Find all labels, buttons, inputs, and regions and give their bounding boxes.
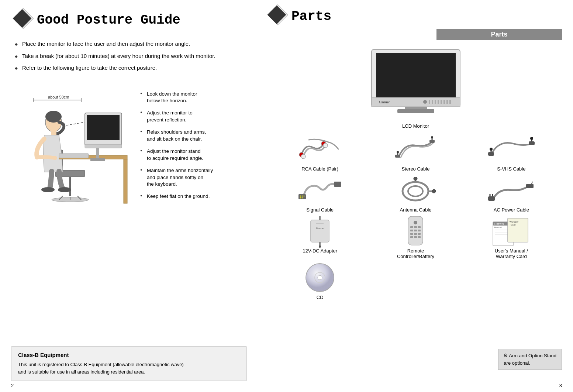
bullet-3: Refer to the following figure to take th… (15, 64, 243, 72)
svg-point-43 (323, 143, 328, 148)
bullet-1: Place the monitor to face the user and t… (15, 40, 243, 48)
tip-4: Adjust the monitor standto acquire requi… (140, 148, 243, 162)
svg-text:Hannel: Hannel (379, 100, 390, 104)
page-number-right: 3 (559, 383, 562, 388)
svg-point-16 (58, 187, 71, 192)
stereo-cable-image (390, 134, 441, 164)
svg-rect-38 (405, 107, 427, 110)
part-signal-cable: Signal Cable (273, 175, 367, 213)
svg-rect-72 (526, 184, 534, 188)
svg-point-58 (300, 196, 301, 197)
svg-rect-85 (410, 230, 413, 231)
part-manual: USER'S Manual Warranty Card User's Manua… (465, 216, 558, 259)
monitor-label: LCD Monitor (269, 123, 562, 129)
svg-rect-57 (334, 182, 341, 187)
svg-point-48 (397, 151, 399, 153)
svg-text:USER'S: USER'S (494, 223, 504, 226)
svg-rect-32 (435, 100, 436, 104)
svg-rect-45 (429, 140, 435, 143)
part-remote-controller: RemoteController/Battery (369, 216, 462, 259)
svg-rect-92 (414, 236, 417, 238)
svhs-cable-image (486, 134, 537, 164)
optional-note: ※ Arm and Option Standare optional. (498, 349, 562, 370)
svg-rect-39 (397, 109, 434, 113)
right-page-title: Parts (269, 7, 562, 25)
page-number-left: 2 (11, 383, 14, 388)
left-page-title: Good Posture Guide (15, 11, 243, 29)
cd-image (294, 263, 346, 292)
svg-rect-50 (488, 152, 494, 156)
posture-figure: about 50cm (15, 80, 133, 205)
svg-rect-88 (410, 233, 413, 235)
rca-cable-image (294, 134, 346, 164)
distance-label: about 50cm (48, 95, 69, 99)
manual-image: USER'S Manual Warranty Card (486, 216, 537, 246)
parts-grid: RCA Cable (Pair) Stereo Cable (269, 134, 562, 300)
ac-power-cable-image (486, 175, 537, 205)
svg-text:Warranty: Warranty (510, 221, 518, 223)
parts-header-text: Parts (491, 31, 507, 38)
svg-point-59 (302, 196, 303, 197)
svg-point-54 (490, 148, 493, 151)
svg-rect-87 (418, 230, 421, 231)
svg-point-15 (41, 187, 55, 192)
svg-text:Manual: Manual (494, 226, 502, 228)
antenna-cable-label: Antenna Cable (400, 207, 431, 213)
svg-rect-26 (376, 53, 456, 97)
remote-controller-label: RemoteController/Battery (397, 248, 434, 259)
bullet-2: Take a break (for about 10 minutes) at e… (15, 52, 243, 61)
cd-label: CD (317, 295, 324, 300)
svg-rect-51 (529, 141, 535, 145)
part-cd: CD (273, 263, 367, 300)
svg-line-73 (532, 182, 532, 184)
svg-rect-37 (449, 100, 451, 104)
svg-point-41 (301, 154, 306, 159)
part-ac-power-cable: AC Power Cable (465, 175, 558, 213)
remote-controller-image (390, 216, 441, 246)
optional-note-text: ※ Arm and Option Standare optional. (504, 353, 556, 366)
right-page: Parts Parts Hannel (258, 0, 573, 392)
svg-rect-22 (87, 115, 120, 140)
posture-illustration-area: about 50cm (15, 80, 243, 205)
svg-rect-31 (432, 100, 433, 104)
svg-rect-89 (414, 233, 417, 235)
svg-rect-56 (298, 194, 306, 199)
right-title-text: Parts (291, 9, 331, 24)
svg-rect-90 (418, 233, 421, 235)
tip-2: Adjust the monitor toprevent reflection. (140, 110, 243, 124)
svg-rect-69 (488, 196, 495, 201)
class-b-equipment-box: Class-B Equipment This unit is registere… (11, 346, 247, 381)
12v-adapter-image: Hannel (294, 216, 346, 246)
part-12v-adapter: Hannel 12V-DC Adapter (273, 216, 367, 259)
antenna-cable-image (390, 175, 441, 205)
svg-rect-18 (124, 159, 127, 203)
signal-cable-image (294, 175, 346, 205)
svg-point-81 (414, 221, 417, 224)
svg-point-79 (319, 245, 321, 248)
12v-adapter-label: 12V-DC Adapter (303, 248, 337, 254)
part-svhs-cable: S-VHS Cable (465, 134, 558, 172)
svg-point-64 (408, 186, 423, 196)
manual-label: User's Manual /Warranty Card (495, 248, 528, 259)
svg-point-60 (304, 196, 305, 197)
part-rca-cable: RCA Cable (Pair) (273, 134, 367, 172)
svg-rect-93 (418, 236, 421, 238)
svg-point-62 (302, 197, 303, 199)
svg-point-63 (403, 182, 428, 200)
ac-power-cable-label: AC Power Cable (494, 207, 529, 213)
svhs-cable-label: S-VHS Cable (497, 166, 525, 172)
posture-tips-list: Look down the monitorbelow the horizon. … (140, 91, 243, 200)
left-page: Good Posture Guide Place the monitor to … (0, 0, 258, 392)
tip-6: Keep feet flat on the ground. (140, 193, 243, 200)
svg-rect-19 (90, 158, 105, 161)
svg-rect-91 (410, 236, 413, 238)
svg-rect-35 (443, 100, 445, 104)
posture-bullets: Place the monitor to face the user and t… (15, 40, 243, 72)
lcd-monitor-section: Hannel (269, 46, 562, 120)
svg-rect-83 (414, 226, 417, 228)
svg-rect-74 (311, 220, 329, 242)
tip-1: Look down the monitorbelow the horizon. (140, 91, 243, 105)
svg-rect-82 (410, 226, 413, 228)
svg-text:Hannel: Hannel (316, 227, 325, 230)
svg-rect-86 (414, 230, 417, 231)
